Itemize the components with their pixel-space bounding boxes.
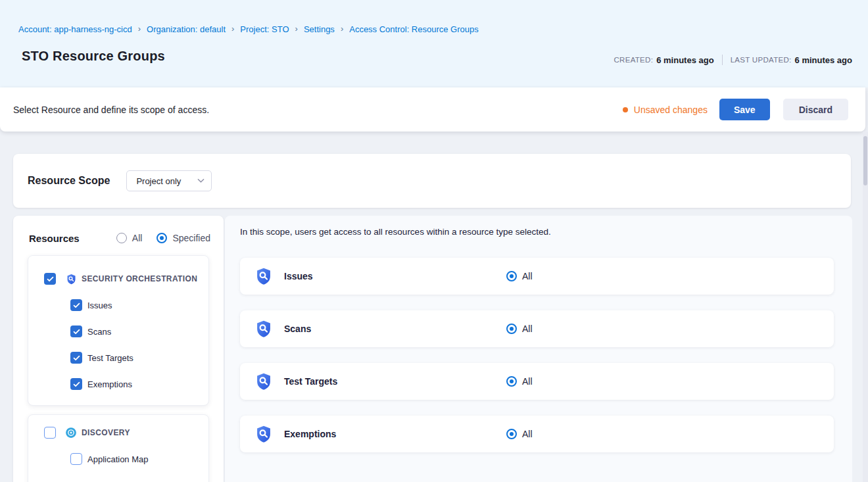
- group-card-security-orchestration: SECURITY ORCHESTRATION Issues Scans Test…: [28, 255, 209, 406]
- radio-specified-label: Specified: [172, 233, 210, 243]
- resource-item-label: Exemptions: [87, 379, 132, 389]
- chevron-right-icon: ›: [341, 24, 343, 34]
- access-radio-label: All: [522, 271, 533, 281]
- last-updated-value: 6 minutes ago: [795, 55, 852, 65]
- sto-shield-icon: [254, 267, 273, 285]
- radio-specified-icon[interactable]: [157, 233, 167, 243]
- access-radio-label: All: [522, 429, 533, 439]
- access-radio-all[interactable]: All: [506, 429, 533, 439]
- access-row-scans: Scans All: [240, 310, 834, 347]
- access-row-issues: Issues All: [240, 258, 834, 295]
- resource-item-test-targets: Test Targets: [70, 352, 133, 364]
- discard-button[interactable]: Discard: [783, 99, 848, 120]
- radio-selected-icon[interactable]: [506, 324, 517, 334]
- test-targets-checkbox[interactable]: [70, 352, 82, 364]
- resource-item-label: Issues: [87, 301, 112, 310]
- security-orchestration-checkbox[interactable]: [44, 273, 56, 285]
- radio-all[interactable]: All: [116, 233, 143, 243]
- sto-shield-icon: [254, 425, 273, 443]
- resource-item-exemptions: Exemptions: [70, 378, 132, 390]
- resource-item-label: Application Map: [87, 454, 149, 464]
- sub-header-toolbar: Select Resource and define its scope of …: [0, 87, 865, 132]
- chevron-right-icon: ›: [295, 24, 298, 34]
- chevron-down-icon: [197, 178, 205, 183]
- access-radio-label: All: [522, 376, 533, 387]
- access-row-exemptions: Exemptions All: [240, 416, 834, 452]
- resource-item-label: Test Targets: [87, 353, 133, 363]
- access-radio-label: All: [522, 324, 533, 334]
- radio-all-icon[interactable]: [116, 233, 127, 243]
- resource-item-application-map: Application Map: [70, 453, 149, 465]
- created-value: 6 minutes ago: [656, 55, 713, 65]
- radio-selected-icon[interactable]: [506, 429, 517, 439]
- toolbar-description: Select Resource and define its scope of …: [13, 105, 209, 115]
- access-row-label: Scans: [284, 324, 311, 334]
- access-row-test-targets: Test Targets All: [240, 363, 834, 400]
- scrollbar-thumb[interactable]: [863, 136, 867, 185]
- radio-selected-icon[interactable]: [506, 376, 517, 387]
- header-meta: CREATED: 6 minutes ago LAST UPDATED: 6 m…: [614, 55, 853, 65]
- sto-shield-icon: [254, 320, 273, 338]
- scope-access-description: In this scope, users get access to all r…: [240, 227, 551, 237]
- group-label: DISCOVERY: [82, 428, 130, 437]
- chevron-right-icon: ›: [138, 24, 141, 34]
- scope-access-panel: In this scope, users get access to all r…: [225, 216, 852, 482]
- resources-mode-radio-group: All Specified: [116, 233, 210, 243]
- access-row-label: Test Targets: [284, 376, 337, 387]
- breadcrumb: Account: app-harness-ng-cicd › Organizat…: [18, 24, 479, 34]
- resource-scope-card: Resource Scope Project only: [13, 154, 851, 208]
- unsaved-changes-label: Unsaved changes: [634, 105, 708, 115]
- resource-scope-select[interactable]: Project only: [126, 170, 212, 191]
- resource-item-label: Scans: [87, 327, 111, 337]
- scrollbar-track[interactable]: [863, 132, 868, 482]
- created-label: CREATED:: [614, 56, 654, 64]
- access-radio-all[interactable]: All: [506, 376, 533, 387]
- breadcrumb-organization[interactable]: Organization: default: [147, 24, 226, 34]
- group-card-discovery: DISCOVERY Application Map: [28, 414, 209, 482]
- resources-title: Resources: [29, 233, 80, 244]
- access-row-label: Exemptions: [284, 429, 336, 439]
- chevron-right-icon: ›: [231, 24, 234, 34]
- meta-divider: [722, 55, 723, 65]
- resources-panel: Resources All Specified SECURITY ORCHEST…: [13, 216, 224, 482]
- access-radio-all[interactable]: All: [506, 271, 533, 281]
- exemptions-checkbox[interactable]: [70, 378, 82, 390]
- radio-all-label: All: [132, 233, 143, 243]
- sto-shield-icon: [66, 274, 77, 285]
- radio-specified[interactable]: Specified: [157, 233, 210, 243]
- breadcrumb-settings[interactable]: Settings: [304, 24, 335, 34]
- resource-item-issues: Issues: [70, 299, 112, 311]
- sto-shield-icon: [254, 372, 273, 391]
- save-button[interactable]: Save: [719, 99, 770, 120]
- last-updated-label: LAST UPDATED:: [731, 56, 792, 64]
- unsaved-dot-icon: [623, 107, 628, 112]
- scans-checkbox[interactable]: [70, 325, 82, 337]
- radio-selected-icon[interactable]: [506, 271, 517, 281]
- discovery-checkbox[interactable]: [44, 427, 56, 439]
- access-row-label: Issues: [284, 271, 313, 281]
- breadcrumb-resource-groups[interactable]: Access Control: Resource Groups: [349, 24, 479, 34]
- breadcrumb-project[interactable]: Project: STO: [240, 24, 289, 34]
- page-title: STO Resource Groups: [22, 49, 165, 64]
- group-label: SECURITY ORCHESTRATION: [82, 274, 197, 283]
- page-header: Account: app-harness-ng-cicd › Organizat…: [0, 0, 868, 87]
- resource-scope-selected-value: Project only: [136, 176, 181, 186]
- breadcrumb-account[interactable]: Account: app-harness-ng-cicd: [18, 24, 132, 34]
- application-map-checkbox[interactable]: [70, 453, 82, 465]
- resource-item-scans: Scans: [70, 325, 111, 337]
- issues-checkbox[interactable]: [70, 299, 82, 311]
- discovery-icon: [65, 427, 77, 439]
- access-radio-all[interactable]: All: [506, 324, 533, 334]
- resource-scope-label: Resource Scope: [28, 175, 110, 187]
